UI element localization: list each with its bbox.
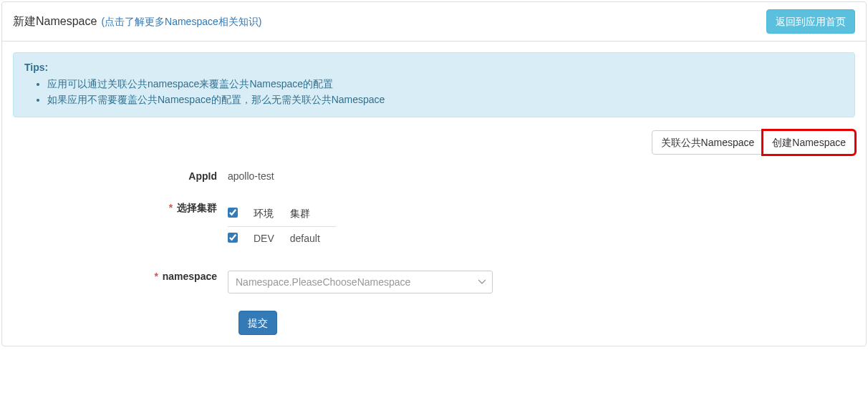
page-title: 新建Namespace bbox=[13, 14, 97, 29]
tab-create-namespace[interactable]: 创建Namespace bbox=[763, 130, 855, 155]
tips-item: 应用可以通过关联公共namespace来覆盖公共Namespace的配置 bbox=[47, 76, 844, 92]
form-group-namespace: * namespace Namespace.PleaseChooseNamesp… bbox=[13, 268, 855, 293]
panel-body: Tips: 应用可以通过关联公共namespace来覆盖公共Namespace的… bbox=[2, 42, 866, 346]
tips-list: 应用可以通过关联公共namespace来覆盖公共Namespace的配置 如果应… bbox=[47, 76, 844, 108]
cluster-row-cluster: default bbox=[290, 226, 336, 251]
cluster-table: 环境 集群 DEV default bbox=[228, 202, 336, 251]
submit-row: 提交 bbox=[238, 311, 855, 335]
form-group-cluster: * 选择集群 环境 集群 bbox=[13, 199, 855, 251]
cluster-row-env: DEV bbox=[254, 226, 290, 251]
back-to-app-button[interactable]: 返回到应用首页 bbox=[766, 9, 855, 34]
cluster-header-cluster: 集群 bbox=[290, 202, 336, 227]
submit-button[interactable]: 提交 bbox=[238, 311, 277, 335]
namespace-type-tabs: 关联公共Namespace 创建Namespace bbox=[13, 130, 855, 155]
title-wrap: 新建Namespace (点击了解更多Namespace相关知识) bbox=[13, 14, 261, 29]
help-link[interactable]: (点击了解更多Namespace相关知识) bbox=[101, 16, 261, 29]
cluster-row-checkbox[interactable] bbox=[228, 233, 238, 243]
tips-alert: Tips: 应用可以通过关联公共namespace来覆盖公共Namespace的… bbox=[13, 52, 855, 117]
cluster-select-all-checkbox[interactable] bbox=[228, 208, 238, 218]
cluster-select-all-cell bbox=[228, 202, 254, 227]
cluster-header-env: 环境 bbox=[254, 202, 290, 227]
tab-associate-public-namespace[interactable]: 关联公共Namespace bbox=[652, 130, 764, 155]
namespace-select-placeholder: Namespace.PleaseChooseNamespace bbox=[228, 271, 493, 293]
create-namespace-panel: 新建Namespace (点击了解更多Namespace相关知识) 返回到应用首… bbox=[1, 1, 867, 346]
appid-label: AppId bbox=[13, 167, 228, 182]
namespace-select[interactable]: Namespace.PleaseChooseNamespace bbox=[228, 271, 493, 293]
form-group-appid: AppId apollo-test bbox=[13, 167, 855, 182]
cluster-label: * 选择集群 bbox=[13, 199, 228, 215]
tips-label: Tips: bbox=[24, 62, 48, 73]
tab-button-group: 关联公共Namespace 创建Namespace bbox=[652, 130, 855, 155]
panel-heading: 新建Namespace (点击了解更多Namespace相关知识) 返回到应用首… bbox=[2, 2, 866, 42]
tips-item: 如果应用不需要覆盖公共Namespace的配置，那么无需关联公共Namespac… bbox=[47, 92, 844, 107]
cluster-row: DEV default bbox=[228, 226, 336, 251]
namespace-form: AppId apollo-test * 选择集群 环境 bbox=[13, 167, 855, 335]
namespace-label: * namespace bbox=[13, 268, 228, 282]
appid-value: apollo-test bbox=[228, 170, 274, 182]
